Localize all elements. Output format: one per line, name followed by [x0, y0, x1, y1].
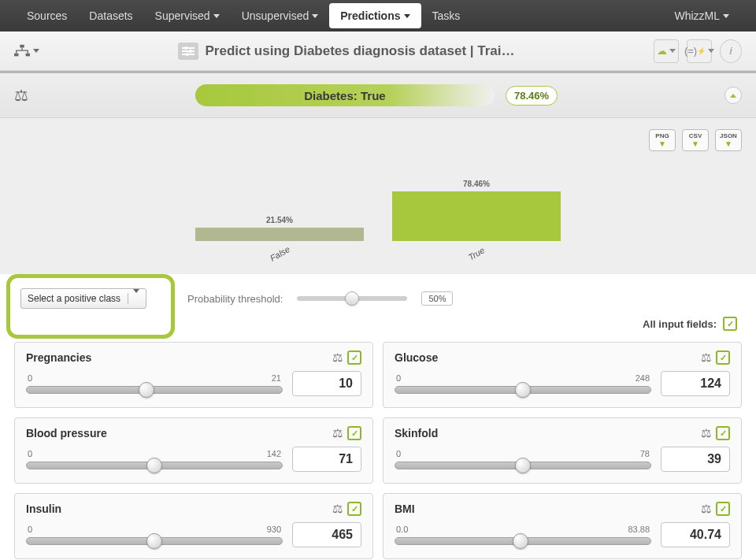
nav-predictions[interactable]: Predictions — [329, 3, 421, 28]
caret-down-icon — [708, 49, 714, 53]
field-value-input[interactable] — [661, 371, 730, 396]
field-value-input[interactable] — [292, 447, 361, 472]
balance-scale-icon: ⚖ — [14, 86, 28, 105]
field-max: 78 — [640, 449, 650, 458]
export-json-button[interactable]: JSON▼ — [715, 129, 742, 151]
page-title-text: Predict using Diabetes diagnosis dataset… — [205, 43, 514, 59]
nav-datasets[interactable]: Datasets — [78, 3, 143, 28]
prediction-banner: ⚖ Diabetes: True 78.46% — [0, 71, 756, 118]
field-card: Skinfold⚖✓078 — [383, 417, 742, 484]
input-fields-grid: Pregnancies⚖✓021Glucose⚖✓0248Blood press… — [0, 337, 756, 560]
page-title: Predict using Diabetes diagnosis dataset… — [47, 43, 646, 60]
nav-label: Sources — [27, 9, 67, 22]
field-slider[interactable] — [26, 537, 283, 545]
prediction-result-pill: Diabetes: True — [195, 84, 495, 106]
nav-sources[interactable]: Sources — [16, 3, 78, 28]
balance-scale-icon[interactable]: ⚖ — [701, 426, 711, 440]
field-max: 21 — [272, 373, 281, 383]
slider-thumb[interactable] — [515, 458, 531, 473]
field-card: Pregnancies⚖✓021 — [14, 342, 373, 408]
balance-scale-icon[interactable]: ⚖ — [332, 350, 343, 365]
balance-scale-icon[interactable]: ⚖ — [701, 502, 711, 516]
bar-category-label: True — [467, 245, 487, 261]
chart-area: PNG▼ CSV▼ JSON▼ 21.54%False78.46%True — [0, 118, 756, 274]
export-row: PNG▼ CSV▼ JSON▼ — [14, 129, 742, 151]
field-min: 0.0 — [396, 525, 408, 534]
export-label: PNG — [655, 132, 669, 139]
all-input-fields-row: All input fields: ✓ — [0, 317, 756, 337]
download-arrow-icon: ▼ — [691, 139, 699, 148]
threshold-slider[interactable] — [297, 296, 407, 301]
svg-point-6 — [189, 50, 192, 53]
field-value-input[interactable] — [661, 447, 730, 472]
slider-thumb[interactable] — [345, 291, 359, 306]
field-min: 0 — [28, 525, 32, 534]
field-value-input[interactable] — [661, 522, 730, 547]
bar-value-label: 78.46% — [463, 180, 490, 188]
top-navigation: Sources Datasets Supervised Unsupervised… — [0, 0, 756, 32]
slider-thumb[interactable] — [139, 382, 154, 398]
info-button[interactable]: i — [720, 39, 742, 63]
threshold-value-box: 50% — [421, 291, 453, 306]
info-icon: i — [729, 45, 732, 57]
all-fields-toggle[interactable]: ✓ — [723, 317, 737, 331]
select-placeholder: Select a positive class — [28, 293, 120, 304]
nav-tasks[interactable]: Tasks — [421, 3, 472, 28]
export-csv-button[interactable]: CSV▼ — [682, 129, 709, 151]
chart-bar: 78.46%True — [392, 180, 561, 258]
field-toggle[interactable]: ✓ — [347, 502, 361, 516]
prediction-probability-badge: 78.46% — [506, 86, 558, 106]
caret-down-icon — [133, 289, 139, 304]
field-slider[interactable] — [26, 462, 283, 469]
svg-point-8 — [186, 53, 189, 56]
slider-thumb[interactable] — [513, 533, 528, 549]
nav-label: WhizzML — [674, 9, 720, 22]
nav-whizzml[interactable]: WhizzML — [663, 3, 740, 28]
threshold-controls: Select a positive class Probability thre… — [5, 274, 756, 317]
field-value-input[interactable] — [292, 371, 361, 396]
slider-thumb[interactable] — [146, 533, 162, 549]
field-slider[interactable] — [395, 462, 651, 469]
field-toggle[interactable]: ✓ — [347, 350, 361, 365]
field-toggle[interactable]: ✓ — [716, 502, 730, 516]
slider-thumb[interactable] — [146, 458, 162, 473]
caret-down-icon — [723, 14, 729, 18]
field-min: 0 — [28, 449, 32, 458]
field-slider[interactable] — [395, 537, 651, 545]
field-min: 0 — [396, 373, 401, 383]
nav-label: Supervised — [155, 9, 210, 22]
all-fields-label: All input fields: — [643, 318, 717, 330]
sub-toolbar: Predict using Diabetes diagnosis dataset… — [0, 32, 756, 71]
collapse-toggle[interactable] — [724, 87, 742, 104]
export-png-button[interactable]: PNG▼ — [649, 129, 676, 151]
bar-rect — [195, 228, 364, 241]
download-arrow-icon: ▼ — [658, 139, 666, 148]
field-slider[interactable] — [395, 386, 651, 394]
field-toggle[interactable]: ✓ — [347, 426, 361, 440]
field-toggle[interactable]: ✓ — [716, 426, 730, 440]
nav-unsupervised[interactable]: Unsupervised — [231, 3, 330, 28]
balance-scale-icon[interactable]: ⚖ — [701, 350, 711, 365]
download-arrow-icon: ▼ — [724, 139, 732, 148]
field-value-input[interactable] — [292, 522, 361, 547]
nav-label: Tasks — [432, 9, 461, 22]
resource-type-menu[interactable] — [14, 39, 39, 63]
field-card: Insulin⚖✓0930 — [14, 493, 373, 559]
equals-action-button[interactable]: (=)⚡ — [687, 39, 712, 63]
field-slider[interactable] — [26, 386, 283, 394]
bar-value-label: 21.54% — [266, 216, 293, 224]
slider-thumb[interactable] — [515, 382, 531, 398]
field-min: 0 — [28, 373, 32, 383]
balance-scale-icon[interactable]: ⚖ — [332, 502, 343, 516]
field-toggle[interactable]: ✓ — [716, 350, 730, 365]
field-name: Insulin — [26, 503, 61, 515]
tree-icon — [14, 44, 30, 58]
chart-bar: 21.54%False — [195, 216, 364, 258]
nav-supervised[interactable]: Supervised — [144, 3, 231, 28]
field-card: Glucose⚖✓0248 — [383, 342, 742, 408]
bar-rect — [392, 191, 561, 241]
positive-class-select[interactable]: Select a positive class — [20, 288, 146, 309]
balance-scale-icon[interactable]: ⚖ — [332, 426, 343, 440]
cloud-action-button[interactable]: ☁ — [654, 39, 679, 63]
caret-down-icon — [669, 49, 676, 53]
